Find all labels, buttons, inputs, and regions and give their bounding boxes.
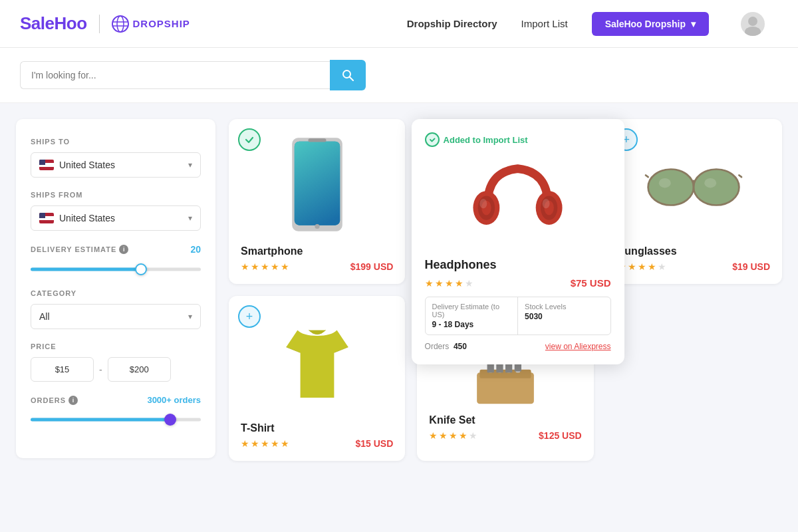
- logo-dropship-wrap: DROPSHIP: [112, 15, 190, 33]
- search-wrap: [20, 60, 366, 90]
- orders-row: ORDERS i 3000+ orders: [31, 395, 201, 405]
- globe-icon: [112, 15, 129, 33]
- svg-point-1: [117, 16, 124, 32]
- svg-line-7: [350, 77, 354, 81]
- orders-value: 3000+ orders: [147, 395, 201, 405]
- orders-label: ORDERS: [31, 396, 66, 404]
- headphones-expanded-card: Added to Import List: [412, 119, 624, 364]
- category-label: CATEGORY: [31, 289, 201, 297]
- price-row: -: [31, 357, 201, 382]
- smartphone-stars: ★ ★ ★ ★ ★: [241, 261, 289, 272]
- svg-point-26: [659, 178, 671, 188]
- svg-line-24: [739, 176, 742, 178]
- nav-import-list[interactable]: Import List: [521, 18, 568, 29]
- ships-to-value: United States: [59, 160, 183, 170]
- svg-point-50: [479, 199, 487, 209]
- logo-divider: [99, 15, 100, 33]
- sunglasses-image: [618, 131, 770, 237]
- product-card-smartphone: Smartphone ★ ★ ★ ★ ★ $199 USD: [229, 119, 405, 284]
- sunglasses-price: $19 USD: [732, 261, 770, 272]
- ships-to-chevron: ▾: [188, 160, 192, 170]
- products-grid: Smartphone ★ ★ ★ ★ ★ $199 USD +: [229, 119, 782, 532]
- added-check-circle: [425, 132, 440, 147]
- price-label: PRICE: [31, 342, 201, 350]
- search-section: [0, 48, 798, 103]
- headphones-price: $75 USD: [571, 277, 611, 289]
- delivery-label: DELIVERY ESTIMATE: [31, 245, 116, 253]
- product-card-tshirt: + T-Shirt ★ ★ ★ ★ ★: [229, 296, 405, 461]
- ships-from-value: United States: [59, 213, 183, 223]
- smartphone-image: [241, 131, 393, 237]
- svg-point-4: [748, 17, 757, 26]
- svg-point-5: [745, 27, 761, 36]
- tshirt-price: $15 USD: [356, 438, 394, 449]
- header: SaleHoo DROPSHIP Dropship Directory Impo…: [0, 0, 798, 48]
- logo-area: SaleHoo DROPSHIP: [20, 13, 190, 34]
- svg-line-23: [646, 176, 648, 178]
- ships-from-select[interactable]: United States ▾: [31, 205, 201, 231]
- smartphone-name: Smartphone: [241, 245, 303, 257]
- ships-from-chevron: ▾: [188, 213, 192, 223]
- svg-point-12: [315, 223, 319, 228]
- price-min-input[interactable]: [31, 357, 94, 382]
- nav-directory[interactable]: Dropship Directory: [407, 18, 497, 29]
- ships-to-label: SHIPS TO: [31, 138, 201, 146]
- knife-set-name: Knife Set: [429, 414, 475, 426]
- main-layout: SHIPS TO United States ▾ SHIPS FROM Unit…: [0, 103, 798, 532]
- knife-set-price: $125 USD: [539, 430, 582, 441]
- price-max-input[interactable]: [108, 357, 171, 382]
- aliexpress-link[interactable]: view on Aliexpress: [545, 342, 611, 351]
- salehoo-dropship-button[interactable]: SaleHoo Dropship ▾: [592, 12, 709, 36]
- category-select[interactable]: All ▾: [31, 304, 201, 329]
- svg-rect-10: [294, 141, 339, 225]
- tshirt-stars: ★ ★ ★ ★ ★: [241, 438, 289, 449]
- headphones-orders-row: Orders 450 view on Aliexpress: [425, 342, 611, 351]
- search-icon: [342, 69, 354, 81]
- search-input[interactable]: [20, 61, 330, 89]
- logo-salehoo: SaleHoo: [20, 13, 87, 34]
- header-nav: Dropship Directory Import List SaleHoo D…: [407, 12, 765, 36]
- tshirt-add-button[interactable]: +: [238, 305, 261, 328]
- delivery-row: DELIVERY ESTIMATE i 20: [31, 244, 201, 255]
- tshirt-name: T-Shirt: [241, 422, 275, 434]
- headphones-name: Headphones: [425, 258, 611, 272]
- search-button[interactable]: [330, 60, 366, 90]
- svg-point-27: [705, 178, 717, 188]
- delivery-info-icon: i: [119, 245, 128, 254]
- ships-to-select[interactable]: United States ▾: [31, 152, 201, 178]
- check-icon: [245, 135, 254, 144]
- price-dash: -: [99, 364, 102, 375]
- ships-from-label: SHIPS FROM: [31, 191, 201, 199]
- category-chevron: ▾: [188, 312, 192, 321]
- delivery-slider[interactable]: [31, 263, 201, 276]
- smartphone-add-button[interactable]: [238, 128, 261, 151]
- product-card-sunglasses: +: [606, 119, 782, 284]
- category-value: All: [39, 311, 183, 322]
- tshirt-image: [241, 308, 393, 414]
- svg-point-51: [543, 199, 550, 209]
- ships-from-flag: [39, 213, 54, 223]
- headphones-delivery-info: Delivery Estimate (to US) 9 - 18 Days St…: [425, 297, 611, 335]
- orders-info-icon: i: [68, 396, 78, 405]
- added-to-import-badge: Added to Import List: [425, 132, 611, 147]
- svg-point-0: [112, 16, 128, 32]
- avatar: [741, 12, 765, 36]
- orders-slider[interactable]: [31, 413, 201, 426]
- delivery-value: 20: [190, 244, 201, 255]
- headphones-image: [469, 154, 566, 250]
- ships-to-flag: [39, 160, 54, 170]
- logo-dropship: DROPSHIP: [133, 18, 190, 29]
- headphones-image-wrap: [425, 154, 611, 250]
- sunglasses-name: Sunglasses: [618, 245, 677, 257]
- headphones-stars: ★ ★ ★ ★ ★: [425, 278, 473, 289]
- sidebar: SHIPS TO United States ▾ SHIPS FROM Unit…: [16, 119, 215, 458]
- smartphone-price: $199 USD: [350, 261, 394, 272]
- sunglasses-stars: ★ ★ ★ ★ ★: [618, 261, 666, 272]
- knife-set-stars: ★ ★ ★ ★ ★: [429, 430, 477, 441]
- svg-rect-11: [308, 138, 326, 142]
